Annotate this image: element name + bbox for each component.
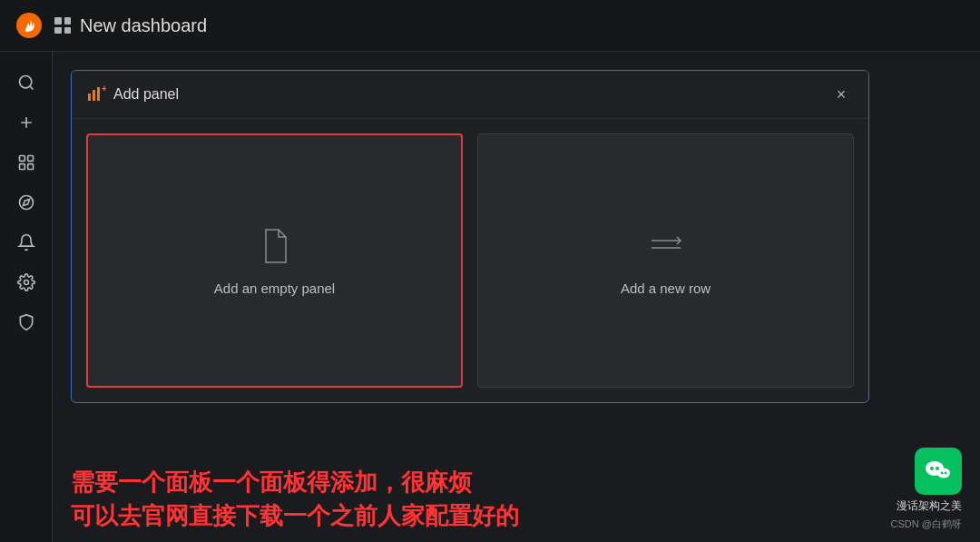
watermark-group: 漫话架构之美 CSDN @白鹤呀 [891, 448, 962, 531]
svg-point-17 [937, 468, 950, 478]
svg-rect-8 [88, 94, 91, 101]
svg-text:+: + [102, 84, 106, 94]
document-icon [255, 226, 295, 266]
rows-icon [646, 226, 686, 266]
grid-icon [54, 17, 71, 34]
sidebar-item-search[interactable] [10, 66, 43, 99]
add-new-row-option[interactable]: Add a new row [477, 133, 854, 388]
annotation-text: 需要一个面板一个面板得添加，很麻烦 可以去官网直接下载一个之前人家配置好的 [71, 466, 519, 532]
svg-rect-2 [19, 156, 24, 162]
svg-rect-9 [93, 90, 95, 101]
bottom-overlay: 需要一个面板一个面板得添加，很麻烦 可以去官网直接下载一个之前人家配置好的 漫话… [53, 456, 980, 542]
svg-rect-4 [19, 164, 24, 170]
top-header: New dashboard [0, 0, 980, 52]
dialog-title: Add panel [113, 86, 179, 103]
add-panel-dialog: + Add panel × Add an [71, 70, 869, 403]
sidebar-item-dashboards[interactable] [10, 146, 43, 179]
panel-chart-icon: + [86, 84, 106, 104]
svg-point-19 [945, 472, 947, 475]
svg-point-18 [941, 472, 944, 475]
sidebar-item-alerting[interactable] [10, 226, 43, 259]
add-empty-panel-option[interactable]: Add an empty panel [86, 133, 463, 388]
dialog-title-group: + Add panel [86, 84, 179, 104]
sidebar-item-add[interactable] [10, 106, 43, 139]
watermark-platform: CSDN @白鹤呀 [891, 517, 962, 531]
wechat-logo [915, 448, 962, 495]
svg-point-16 [936, 467, 939, 470]
sidebar [0, 52, 53, 542]
dialog-header: + Add panel × [72, 71, 868, 119]
watermark-brand: 漫话架构之美 [897, 498, 962, 514]
annotation-line1: 需要一个面板一个面板得添加，很麻烦 [71, 466, 519, 498]
page-title: New dashboard [80, 15, 207, 36]
svg-rect-3 [27, 156, 33, 162]
svg-rect-5 [27, 164, 33, 170]
annotation-line2: 可以去官网直接下载一个之前人家配置好的 [71, 499, 519, 532]
empty-panel-label: Add an empty panel [214, 281, 335, 296]
svg-point-1 [19, 76, 31, 88]
panel-options: Add an empty panel Add a new row [72, 119, 868, 402]
new-row-label: Add a new row [621, 281, 710, 296]
svg-point-6 [19, 196, 33, 210]
svg-point-15 [930, 467, 934, 470]
content-area: + Add panel × Add an [53, 52, 980, 456]
svg-point-7 [24, 281, 28, 285]
dialog-close-button[interactable]: × [828, 82, 854, 107]
sidebar-item-configuration[interactable] [10, 266, 43, 299]
grafana-logo [15, 11, 44, 40]
sidebar-item-shield[interactable] [10, 306, 43, 339]
svg-rect-10 [97, 87, 100, 101]
sidebar-item-explore[interactable] [10, 186, 43, 219]
main-layout: + Add panel × Add an [0, 52, 980, 542]
